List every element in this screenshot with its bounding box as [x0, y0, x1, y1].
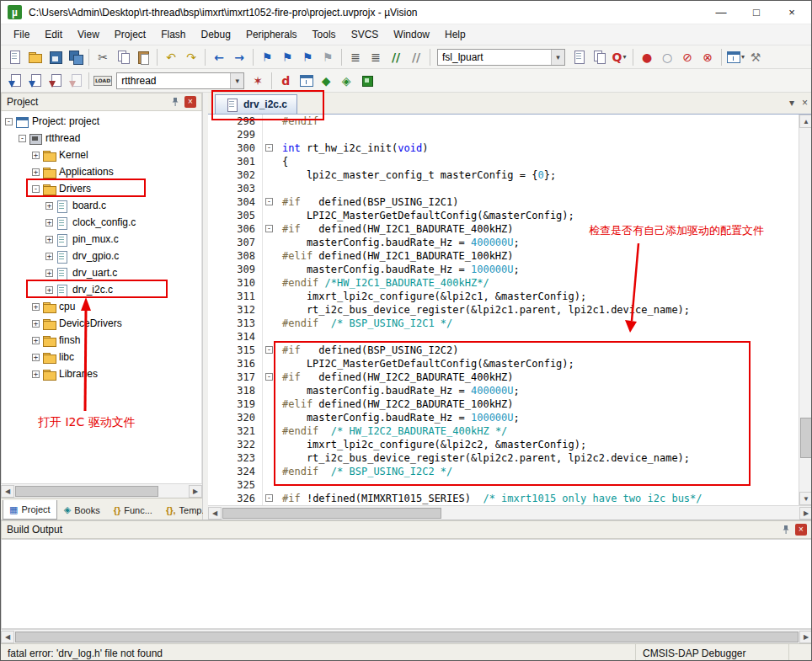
- chevron-down-icon[interactable]: ▾: [551, 50, 564, 65]
- collapse-icon[interactable]: -: [19, 135, 26, 142]
- code-line-325[interactable]: 325: [208, 478, 799, 492]
- rebuild-button[interactable]: [45, 72, 64, 90]
- code-line-300[interactable]: 300-int rt_hw_i2c_init(void): [208, 141, 799, 155]
- tree-label[interactable]: Kernel: [59, 149, 88, 161]
- tree-item-devicedrivers[interactable]: +DeviceDrivers: [2, 315, 201, 332]
- code-line-316[interactable]: 316 LPI2C_MasterGetDefaultConfig(&master…: [208, 357, 799, 370]
- tree-item-pin-mux-c[interactable]: +pin_mux.c: [2, 231, 201, 248]
- tree-item-kernel[interactable]: +Kernel: [2, 147, 201, 163]
- code-line-322[interactable]: 322 imxrt_lpi2c_configure(&lpi2c2, &mast…: [208, 438, 799, 451]
- code-line-323[interactable]: 323 rt_i2c_bus_device_register(&lpi2c2.p…: [208, 451, 799, 465]
- pin-icon[interactable]: [170, 97, 180, 107]
- code-line-304[interactable]: 304-#if defined(BSP_USING_I2C1): [208, 195, 799, 209]
- build-output-hscrollbar[interactable]: ◀ ▶: [1, 629, 812, 643]
- menu-help[interactable]: Help: [437, 26, 473, 43]
- tree-item-clock-config-c[interactable]: +clock_config.c: [2, 214, 201, 231]
- code-line-318[interactable]: 318 masterConfig.baudRate_Hz = 400000U;: [208, 384, 799, 397]
- scrollbar-thumb[interactable]: [800, 418, 812, 458]
- tree-label[interactable]: Libraries: [59, 368, 98, 380]
- tree-label[interactable]: finsh: [59, 334, 80, 346]
- code-line-315[interactable]: 315-#if defined(BSP_USING_I2C2): [208, 344, 799, 357]
- enable-breakpoint-button[interactable]: ○: [658, 48, 676, 67]
- code-line-321[interactable]: 321#endif /* HW_I2C2_BADURATE_400kHZ */: [208, 424, 799, 438]
- expand-icon[interactable]: +: [45, 202, 53, 210]
- pin-icon[interactable]: [781, 525, 791, 535]
- find-in-files-button[interactable]: [569, 48, 588, 67]
- scroll-up-icon[interactable]: ▲: [799, 115, 812, 128]
- chevron-down-icon[interactable]: ▾: [741, 53, 745, 61]
- copy-button[interactable]: [114, 48, 132, 67]
- tree-item-cpu[interactable]: +cpu: [2, 298, 201, 315]
- comment-button[interactable]: //: [387, 48, 405, 67]
- editor-hscrollbar[interactable]: ◀ ▶: [208, 505, 812, 520]
- open-file-button[interactable]: [25, 48, 44, 67]
- expand-icon[interactable]: +: [45, 219, 53, 227]
- indent-button[interactable]: ≣: [346, 48, 365, 67]
- tree-item-drivers[interactable]: -Drivers: [2, 180, 201, 197]
- menu-flash[interactable]: Flash: [153, 26, 193, 43]
- menu-tools[interactable]: Tools: [305, 26, 344, 43]
- incremental-find-button[interactable]: [590, 48, 608, 67]
- tree-label[interactable]: drv_i2c.c: [72, 284, 113, 296]
- close-file-icon[interactable]: ×: [802, 97, 808, 109]
- project-tree-hscrollbar[interactable]: ◀ ▶: [1, 483, 202, 498]
- code-line-312[interactable]: 312 rt_i2c_bus_device_register(&lpi2c1.p…: [208, 303, 799, 317]
- target-options-button[interactable]: ✶: [248, 72, 267, 90]
- code-line-302[interactable]: 302 lpi2c_master_config_t masterConfig =…: [208, 168, 799, 182]
- code-line-310[interactable]: 310#endif /*HW_I2C1_BADURATE_400kHZ*/: [208, 276, 799, 290]
- code-line-298[interactable]: 298#endif: [208, 115, 799, 128]
- tree-item-libraries[interactable]: +Libraries: [2, 365, 201, 382]
- translate-button[interactable]: [5, 72, 24, 90]
- close-panel-icon[interactable]: ×: [184, 96, 196, 108]
- scroll-left-icon[interactable]: ◀: [1, 631, 14, 643]
- menu-project[interactable]: Project: [107, 26, 153, 43]
- ide-window-button[interactable]: ◆: [317, 72, 335, 90]
- tree-item-rtthread[interactable]: -rtthread: [2, 130, 201, 147]
- debug-windows-button[interactable]: ▾: [726, 48, 745, 67]
- code-line-313[interactable]: 313#endif /* BSP_USING_I2C1 */: [208, 317, 799, 330]
- scrollbar-thumb[interactable]: [15, 632, 799, 642]
- expand-icon[interactable]: +: [45, 269, 53, 277]
- tree-label[interactable]: clock_config.c: [72, 216, 136, 228]
- menu-file[interactable]: File: [6, 26, 37, 43]
- fold-marker-icon[interactable]: -: [262, 344, 275, 357]
- build-output-content[interactable]: [1, 539, 812, 629]
- expand-icon[interactable]: +: [45, 253, 53, 260]
- uncomment-button[interactable]: //: [407, 48, 425, 67]
- redo-button[interactable]: ↷: [182, 48, 200, 67]
- tree-label[interactable]: cpu: [59, 301, 75, 312]
- tree-item-libc[interactable]: +libc: [2, 349, 201, 365]
- search-combo[interactable]: fsl_lpuart▾: [437, 49, 565, 66]
- pack-installer-button[interactable]: ◈: [337, 72, 355, 90]
- tree-label[interactable]: libc: [59, 351, 74, 363]
- menu-peripherals[interactable]: Peripherals: [238, 26, 305, 43]
- scroll-right-icon[interactable]: ▶: [799, 507, 812, 520]
- scroll-down-icon[interactable]: ▼: [799, 492, 812, 505]
- tree-label[interactable]: drv_gpio.c: [72, 250, 119, 262]
- maximize-button[interactable]: □: [751, 6, 762, 19]
- configure-button[interactable]: ⚒: [746, 48, 765, 67]
- code-line-303[interactable]: 303: [208, 182, 799, 195]
- tree-label[interactable]: board.c: [72, 200, 106, 211]
- chevron-down-icon[interactable]: ▾: [230, 73, 243, 88]
- tree-item-board-c[interactable]: +board.c: [2, 197, 201, 214]
- tree-label[interactable]: rtthread: [45, 132, 80, 144]
- fold-marker-icon[interactable]: -: [262, 222, 275, 236]
- tab-drv-i2c[interactable]: drv_i2c.c: [215, 94, 297, 114]
- target-combo[interactable]: rtthread▾: [116, 72, 244, 89]
- scrollbar-thumb[interactable]: [15, 486, 158, 497]
- manage-run-environment-button[interactable]: [357, 72, 376, 90]
- save-button[interactable]: [45, 48, 64, 67]
- tree-item-applications[interactable]: +Applications: [2, 163, 201, 180]
- collapse-icon[interactable]: -: [32, 185, 40, 193]
- find-button[interactable]: Q▾: [610, 48, 628, 67]
- tree-item-drv-i2c-c[interactable]: +drv_i2c.c: [2, 281, 201, 298]
- insert-breakpoint-button[interactable]: ●: [638, 48, 656, 67]
- tree-item-drv-uart-c[interactable]: +drv_uart.c: [2, 264, 201, 281]
- code-line-314[interactable]: 314: [208, 330, 799, 344]
- tree-label[interactable]: Applications: [59, 166, 114, 178]
- code-lines[interactable]: 298#endif299300-int rt_hw_i2c_init(void)…: [208, 115, 799, 505]
- expand-icon[interactable]: +: [32, 168, 40, 176]
- tab-project[interactable]: ▦Project: [3, 500, 57, 520]
- kill-breakpoints-button[interactable]: ⊗: [698, 48, 717, 67]
